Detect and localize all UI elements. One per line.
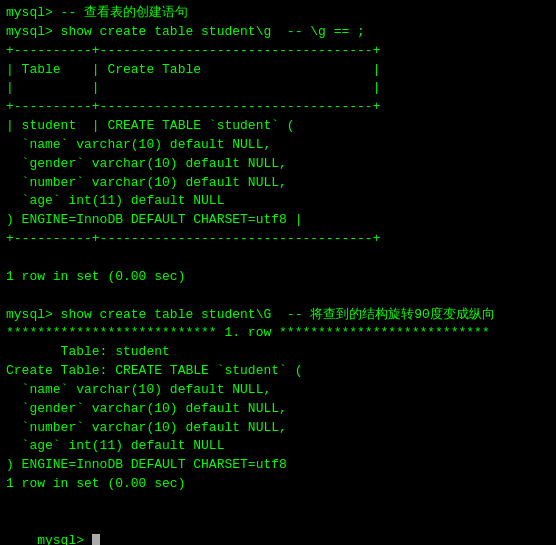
terminal-line: `gender` varchar(10) default NULL, [6,155,550,174]
terminal-line: `gender` varchar(10) default NULL, [6,400,550,419]
terminal-line: | | | [6,79,550,98]
terminal-blank-line [6,287,550,306]
terminal-line: `name` varchar(10) default NULL, [6,136,550,155]
terminal-line: mysql> show create table student\G -- 将查… [6,306,550,325]
terminal-line: ) ENGINE=InnoDB DEFAULT CHARSET=utf8 | [6,211,550,230]
terminal-blank-line [6,494,550,513]
terminal-line: mysql> -- 查看表的创建语句 [6,4,550,23]
terminal-blank-line [6,249,550,268]
terminal-line: | Table | Create Table | [6,61,550,80]
terminal-window[interactable]: mysql> -- 查看表的创建语句 mysql> show create ta… [0,0,556,545]
terminal-line: *************************** 1. row *****… [6,324,550,343]
terminal-line: | student | CREATE TABLE `student` ( [6,117,550,136]
terminal-prompt-line[interactable]: mysql> [6,513,550,545]
terminal-line: ) ENGINE=InnoDB DEFAULT CHARSET=utf8 [6,456,550,475]
cursor [92,534,100,545]
terminal-line: 1 row in set (0.00 sec) [6,268,550,287]
terminal-line: `number` varchar(10) default NULL, [6,174,550,193]
terminal-line: mysql> show create table student\g -- \g… [6,23,550,42]
terminal-line: `age` int(11) default NULL [6,437,550,456]
terminal-line: +----------+----------------------------… [6,98,550,117]
terminal-line: `number` varchar(10) default NULL, [6,419,550,438]
terminal-line: 1 row in set (0.00 sec) [6,475,550,494]
terminal-line: +----------+----------------------------… [6,230,550,249]
terminal-line: Table: student [6,343,550,362]
terminal-line: +----------+----------------------------… [6,42,550,61]
terminal-line: Create Table: CREATE TABLE `student` ( [6,362,550,381]
prompt-text: mysql> [37,533,92,545]
terminal-line: `name` varchar(10) default NULL, [6,381,550,400]
terminal-line: `age` int(11) default NULL [6,192,550,211]
